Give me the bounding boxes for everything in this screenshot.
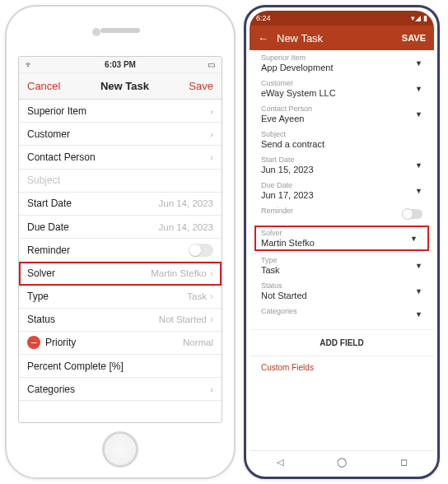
page-title: New Task — [277, 32, 394, 44]
field-categories[interactable]: Categories ▼ — [250, 304, 434, 324]
page-title: New Task — [100, 80, 149, 92]
value: Martin Stefko — [261, 238, 422, 248]
nav-home-icon[interactable]: ◯ — [337, 457, 347, 468]
field-solver[interactable]: Solver Martin Stefko ▼ — [254, 226, 429, 251]
add-field-button[interactable]: ADD FIELD — [250, 329, 434, 356]
status-icons: ▾◢ ▮ — [411, 14, 427, 22]
custom-fields-link[interactable]: Custom Fields — [250, 356, 434, 382]
chevron-right-icon: › — [210, 129, 213, 139]
field-status[interactable]: Status Not Started ▼ — [250, 278, 434, 304]
label: Contact Person — [261, 105, 422, 113]
label: Contact Person — [27, 151, 96, 163]
caret-down-icon: ▼ — [415, 187, 422, 195]
label: Due Date — [261, 181, 422, 189]
iphone-device: ᯤ 6:03 PM ▭ Cancel New Task Save Superio… — [5, 5, 236, 479]
value: Jun 17, 2023 — [261, 190, 422, 200]
caret-down-icon: ▼ — [415, 59, 422, 67]
android-header: ← New Task SAVE — [250, 26, 434, 50]
field-type[interactable]: Type Task ▼ — [250, 253, 434, 278]
label: Customer — [261, 79, 422, 87]
row-status[interactable]: Status Not Started› — [19, 309, 222, 332]
value: Jun 14, 2023 — [158, 198, 213, 208]
save-button[interactable]: Save — [189, 80, 213, 92]
label: Due Date — [27, 221, 69, 233]
value: Task — [261, 265, 422, 275]
value: Normal — [183, 337, 213, 347]
android-nav-bar: ◁ ◯ ◻ — [250, 450, 434, 473]
value: Jun 15, 2023 — [261, 165, 422, 175]
value: Send a contract — [261, 139, 422, 149]
value: App Development — [261, 63, 422, 72]
value: Jun 14, 2023 — [158, 222, 213, 232]
row-priority[interactable]: –Priority Normal — [19, 332, 222, 355]
label: Percent Complete [%] — [27, 361, 124, 372]
row-superior-item[interactable]: Superior Item › — [19, 100, 222, 123]
android-screen: 6:24 ▾◢ ▮ ← New Task SAVE Superior Item … — [250, 11, 434, 473]
iphone-screen: ᯤ 6:03 PM ▭ Cancel New Task Save Superio… — [18, 56, 222, 423]
iphone-top-bezel — [7, 7, 234, 54]
field-start-date[interactable]: Start Date Jun 15, 2023 ▼ — [250, 152, 434, 178]
save-button[interactable]: SAVE — [402, 33, 426, 43]
label: Status — [261, 282, 422, 290]
speaker-grille — [100, 28, 140, 33]
field-superior-item[interactable]: Superior Item App Development ▼ — [250, 50, 434, 76]
row-categories[interactable]: Categories › — [19, 378, 222, 401]
field-subject[interactable]: Subject Send a contract — [250, 127, 434, 152]
caret-down-icon: ▼ — [415, 287, 422, 296]
caret-down-icon: ▼ — [410, 235, 418, 243]
field-contact-person[interactable]: Contact Person Eve Ayeen ▼ — [250, 101, 434, 127]
android-form: Superior Item App Development ▼ Customer… — [250, 50, 434, 450]
row-start-date[interactable]: Start Date Jun 14, 2023 — [19, 193, 222, 216]
nav-recent-icon[interactable]: ◻ — [400, 457, 408, 468]
cancel-button[interactable]: Cancel — [27, 80, 60, 92]
label: Solver — [27, 268, 55, 279]
field-customer[interactable]: Customer eWay System LLC ▼ — [250, 76, 434, 101]
label: Customer — [27, 128, 70, 140]
reminder-toggle[interactable] — [403, 209, 422, 219]
field-reminder[interactable]: Reminder — [250, 203, 434, 224]
label: Solver — [261, 229, 422, 237]
android-status-bar: 6:24 ▾◢ ▮ — [250, 11, 434, 26]
camera-dot — [92, 28, 100, 36]
nav-back-icon[interactable]: ◁ — [277, 457, 283, 468]
ios-header: Cancel New Task Save — [19, 73, 222, 100]
row-solver[interactable]: Solver Martin Stefko› — [19, 262, 222, 285]
row-customer[interactable]: Customer › — [19, 123, 222, 146]
label: Superior Item — [27, 105, 86, 117]
status-time: 6:03 PM — [19, 60, 222, 69]
row-subject[interactable]: Subject — [19, 170, 222, 193]
back-icon[interactable]: ← — [258, 32, 268, 44]
label: Status — [27, 314, 55, 325]
row-due-date[interactable]: Due Date Jun 14, 2023 — [19, 216, 222, 239]
remove-icon[interactable]: – — [27, 336, 40, 349]
label: Superior Item — [261, 54, 422, 62]
label: Categories — [27, 384, 75, 395]
chevron-right-icon: › — [210, 268, 213, 279]
label: –Priority — [27, 336, 76, 349]
value: eWay System LLC — [261, 88, 422, 98]
caret-down-icon: ▼ — [415, 85, 422, 93]
label: Type — [27, 291, 49, 302]
subject-placeholder: Subject — [27, 175, 60, 186]
row-reminder[interactable]: Reminder — [19, 239, 222, 262]
field-due-date[interactable]: Due Date Jun 17, 2023 ▼ — [250, 178, 434, 203]
row-type[interactable]: Type Task› — [19, 286, 222, 309]
home-button[interactable] — [102, 431, 138, 468]
value: Not Started› — [159, 314, 213, 325]
label: Type — [261, 256, 422, 264]
chevron-right-icon: › — [210, 106, 213, 116]
label: Start Date — [261, 156, 422, 164]
label: Categories — [261, 307, 422, 315]
label: Subject — [261, 130, 422, 138]
value: Martin Stefko› — [151, 268, 213, 279]
value: Not Started — [261, 291, 422, 300]
chevron-right-icon: › — [210, 291, 213, 302]
row-percent-complete[interactable]: Percent Complete [%] — [19, 355, 222, 378]
label: Reminder — [261, 207, 422, 215]
reminder-toggle[interactable] — [189, 244, 213, 257]
ios-status-bar: ᯤ 6:03 PM ▭ — [19, 57, 222, 73]
caret-down-icon: ▼ — [415, 310, 422, 319]
row-contact-person[interactable]: Contact Person › — [19, 146, 222, 169]
chevron-right-icon: › — [210, 314, 213, 325]
label: Start Date — [27, 198, 72, 209]
